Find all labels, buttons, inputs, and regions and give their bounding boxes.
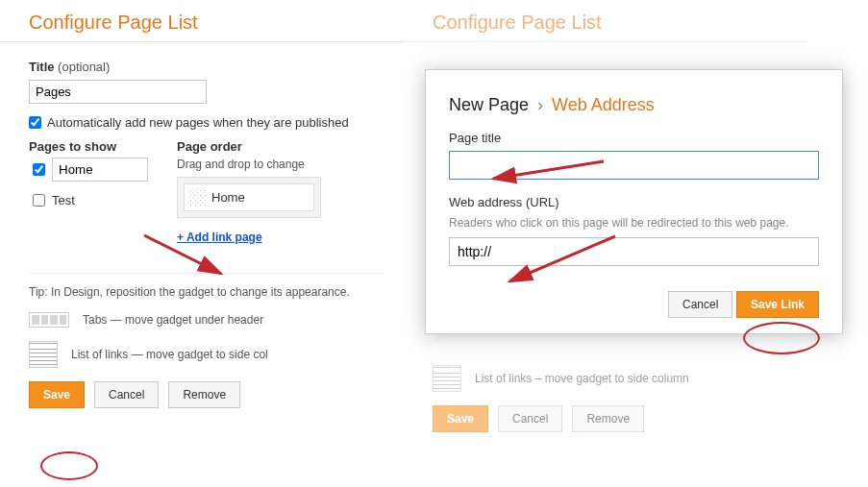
remove-button[interactable]: Remove	[572, 405, 644, 432]
annotation-ellipse-icon	[40, 451, 98, 480]
configure-page-list-panel-left: Configure Page List Title (optional) Aut…	[0, 0, 404, 408]
list-icon	[29, 341, 58, 368]
page-order-column: Page order Drag and drop to change Home …	[177, 139, 321, 244]
divider	[404, 41, 807, 42]
page-order-label: Page order	[177, 139, 321, 154]
page-checkbox-test[interactable]	[33, 194, 45, 207]
divider	[0, 41, 404, 42]
url-help: Readers who click on this page will be r…	[449, 215, 819, 231]
breadcrumb-first: New Page	[449, 95, 529, 114]
modal-breadcrumb: New Page › Web Address	[449, 95, 819, 115]
tabs-icon	[29, 312, 69, 328]
modal-cancel-button[interactable]: Cancel	[668, 291, 732, 318]
drag-handle-icon[interactable]	[188, 188, 206, 207]
button-row: Save Cancel Remove	[433, 405, 788, 432]
chevron-right-icon: ›	[537, 95, 543, 114]
page-checkbox-home[interactable]	[33, 163, 45, 176]
breadcrumb-current[interactable]: Web Address	[552, 95, 655, 114]
page-title-label: Page title	[449, 131, 819, 145]
url-label: Web address (URL)	[449, 195, 819, 209]
cancel-button[interactable]: Cancel	[94, 381, 159, 408]
divider	[29, 273, 384, 274]
title-input[interactable]	[29, 80, 207, 104]
hint-list-row: List of links – move gadget to side colu…	[433, 365, 788, 392]
pages-to-show-label: Pages to show	[29, 139, 148, 154]
page-row-home	[29, 158, 148, 182]
page-title-input[interactable]	[449, 151, 819, 180]
auto-add-label: Automatically add new pages when they ar…	[47, 115, 349, 130]
auto-add-row: Automatically add new pages when they ar…	[29, 115, 384, 130]
panel-heading: Configure Page List	[433, 12, 788, 34]
button-row: Save Cancel Remove	[29, 381, 384, 408]
page-order-hint: Drag and drop to change	[177, 158, 321, 171]
save-button[interactable]: Save	[433, 405, 488, 432]
hint-list-row: List of links — move gadget to side col	[29, 341, 384, 368]
add-link-page-link[interactable]: + Add link page	[177, 231, 262, 244]
auto-add-checkbox[interactable]	[29, 116, 41, 129]
page-row-test: Test	[29, 191, 148, 209]
order-item-home[interactable]: Home	[184, 183, 314, 211]
panel-heading: Configure Page List	[29, 12, 384, 34]
tip-text: Tip: In Design, reposition the gadget to…	[29, 285, 384, 299]
order-list: Home	[177, 177, 321, 218]
title-label: Title (optional)	[29, 60, 384, 74]
cancel-button[interactable]: Cancel	[498, 405, 562, 432]
url-input[interactable]	[449, 237, 819, 266]
page-name-home[interactable]	[52, 158, 148, 182]
page-name-test: Test	[52, 193, 75, 207]
new-page-modal: New Page › Web Address Page title Web ad…	[425, 69, 843, 334]
hint-tabs-row: Tabs — move gadget under header	[29, 312, 384, 328]
list-icon	[433, 365, 461, 392]
remove-button[interactable]: Remove	[168, 381, 240, 408]
pages-to-show-column: Pages to show Test	[29, 139, 148, 244]
save-button[interactable]: Save	[29, 381, 85, 408]
modal-save-link-button[interactable]: Save Link	[736, 291, 819, 318]
modal-button-row: Cancel Save Link	[449, 291, 819, 318]
